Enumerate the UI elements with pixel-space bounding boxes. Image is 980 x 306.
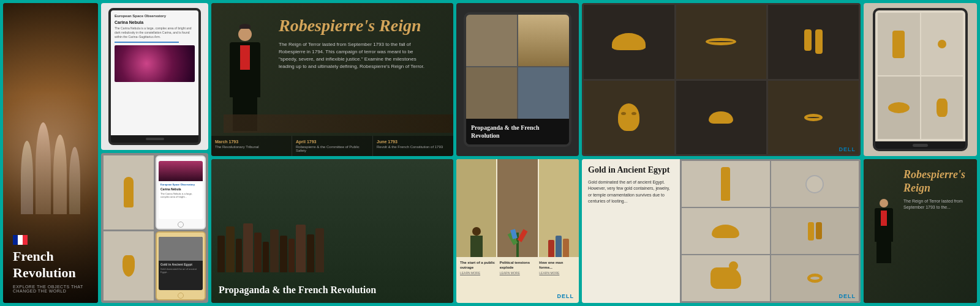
carina-header-text: European Space Observatory: [115, 14, 195, 18]
historical-image-strip: [224, 114, 453, 133]
scene-3-group: [539, 236, 579, 257]
right-ipad-frame: [873, 8, 968, 151]
vase-artifact: [123, 255, 135, 277]
plant-branch-2: [518, 229, 528, 242]
crowd-person-9: [288, 239, 295, 272]
carina-title: Carina Nebula: [115, 20, 195, 24]
robespierre-right-card[interactable]: Robespierre's Reign The Reign of Terror …: [864, 159, 977, 303]
artifact-cell-small-hat: [676, 81, 767, 155]
french-revolution-content: French Revolution EXPLORE THE OBJECTS TH…: [13, 235, 88, 293]
right-ipad-home[interactable]: [913, 144, 928, 147]
dell-logo-rev: DELL: [557, 293, 575, 299]
artifact-cell-necklace: [676, 5, 767, 79]
gold-vase-cell: [104, 231, 154, 301]
iphone-white-screen: European Space Observatory Carina Nebula…: [159, 161, 203, 219]
robespierre-timeline: March 1793 The Revolutionary Tribunal Ap…: [211, 136, 453, 156]
propaganda-phone-text: Propaganda & the French Revolution: [211, 277, 453, 303]
iphone-gold-home[interactable]: [178, 293, 184, 299]
gold-devices-card: European Space Observatory Carina Nebula…: [101, 153, 208, 303]
robespierre-body: The Reign of Terror lasted from Septembe…: [279, 41, 426, 70]
gold-artifacts-card: DELL: [582, 3, 861, 156]
egypt-body: Gold dominated the art of ancient Egypt.…: [588, 179, 674, 205]
crowd-person-7: [270, 230, 279, 272]
rob-legs: [876, 242, 891, 263]
iphone-nebula-image: [159, 161, 203, 181]
artifact-cell-pendant: [768, 5, 859, 79]
ipad-screen: European Space Observatory Carina Nebula…: [111, 10, 198, 135]
rev-learn-more-1[interactable]: LEARN MORE: [460, 271, 496, 275]
small-hat-artifact: [709, 111, 733, 124]
statuette-artifact: [124, 177, 134, 207]
right-artifact-1: [878, 13, 920, 75]
iphone-home-button[interactable]: [178, 222, 184, 228]
egypt-small-group: [808, 222, 822, 241]
rob-right-text: Robespierre's Reign The Reign of Terror …: [903, 168, 971, 211]
tablet-cell-figure: [518, 15, 569, 66]
rev-learn-more-2[interactable]: LEARN MORE: [500, 271, 536, 275]
iphone-org-text: European Space Observatory: [160, 183, 201, 186]
mask-artifact: [618, 103, 639, 131]
egypt-hat: [712, 225, 739, 238]
iphone-gold-device[interactable]: Gold in Ancient Egypt Gold dominated the…: [156, 231, 206, 301]
iphone-gold-bottom: [157, 292, 205, 299]
iphone-screen-content: European Space Observatory Carina Nebula…: [159, 181, 203, 200]
robespierre-title: Robespierre's Reign: [279, 15, 444, 36]
timeline-date-3: June 1793: [377, 140, 450, 144]
crowd-person-8: [280, 236, 287, 272]
artifacts-tablet-right[interactable]: [864, 3, 977, 156]
crowd-person-4: [243, 223, 253, 272]
egypt-title: Gold in Ancient Egypt: [588, 165, 674, 176]
rob-shirt: [881, 211, 887, 226]
mask-eye-left: [621, 112, 626, 115]
gold-statuette-cell: [104, 155, 154, 230]
ipad-home-button[interactable]: [146, 138, 164, 140]
iphone-white-device[interactable]: European Space Observatory Carina Nebula…: [156, 155, 206, 230]
robespierre-text: Robespierre's Reign The Reign of Terror …: [279, 15, 444, 70]
ring-artifact: [804, 114, 823, 121]
group-p2: [556, 236, 562, 257]
timeline-item-3: June 1793 Revolt & the French Constituti…: [373, 136, 453, 156]
crowd-person-6: [263, 242, 269, 272]
french-revolution-card[interactable]: French Revolution EXPLORE THE OBJECTS TH…: [3, 3, 98, 303]
crowd-person-3: [236, 239, 242, 272]
s1-head: [472, 227, 481, 236]
column-right: Robespierre's Reign The Reign of Terror …: [864, 3, 977, 303]
column-4: Propaganda & the French Revolution: [456, 3, 579, 303]
tablet-cell-1: [466, 15, 517, 66]
iphone-top-bar: [157, 157, 205, 159]
iphone-gold-screen: Gold in Ancient Egypt Gold dominated the…: [159, 237, 203, 291]
rob-coat: [875, 208, 893, 242]
robespierre-main-card[interactable]: Robespierre's Reign The Reign of Terror …: [211, 3, 453, 156]
rev-caption-2-text: Political tensions explode: [500, 261, 536, 271]
crowd-person-11: [307, 234, 314, 272]
french-flag: [13, 235, 28, 245]
carina-ipad-card[interactable]: European Space Observatory Carina Nebula…: [101, 3, 208, 150]
rev-caption-2: Political tensions explode LEARN MORE: [499, 259, 537, 300]
carina-body: The Carina Nebula is a large, complex ar…: [115, 26, 195, 39]
gold-grid: [582, 3, 861, 156]
egypt-text-panel: Gold in Ancient Egypt Gold dominated the…: [582, 159, 680, 303]
crowd-person-12: [315, 228, 324, 272]
rob-head: [880, 199, 888, 207]
propaganda-phone-card[interactable]: Propaganda & the French Revolution: [211, 159, 453, 303]
right-artifact-2: [921, 13, 963, 75]
propaganda-tablet-frame: Propaganda & the French Revolution: [464, 12, 571, 147]
crowd-person-1: [217, 236, 225, 272]
timeline-date-1: March 1793: [215, 140, 288, 144]
column-2: European Space Observatory Carina Nebula…: [101, 3, 208, 303]
crowd-person-5: [254, 233, 262, 272]
artifact-cell-ring: [768, 81, 859, 155]
portrait-coat: [230, 42, 260, 97]
flag-white-stripe: [18, 235, 23, 245]
tablet-cell-2: [518, 15, 569, 66]
necklace-artifact: [706, 38, 736, 45]
ra1: [892, 31, 905, 58]
rev-caption-1-text: The start of a public outrage: [460, 261, 496, 271]
rev-learn-more-3[interactable]: LEARN MORE: [539, 271, 575, 275]
rev-caption-3-text: How one man forme...: [539, 261, 575, 271]
propaganda-tablet-card[interactable]: Propaganda & the French Revolution: [456, 3, 579, 156]
gold-egypt-card: Gold in Ancient Egypt Gold dominated the…: [582, 159, 861, 303]
egypt-artifact-5: [682, 255, 770, 301]
mask-eye-right: [631, 112, 636, 115]
propaganda-tablet-screen: [466, 15, 569, 119]
